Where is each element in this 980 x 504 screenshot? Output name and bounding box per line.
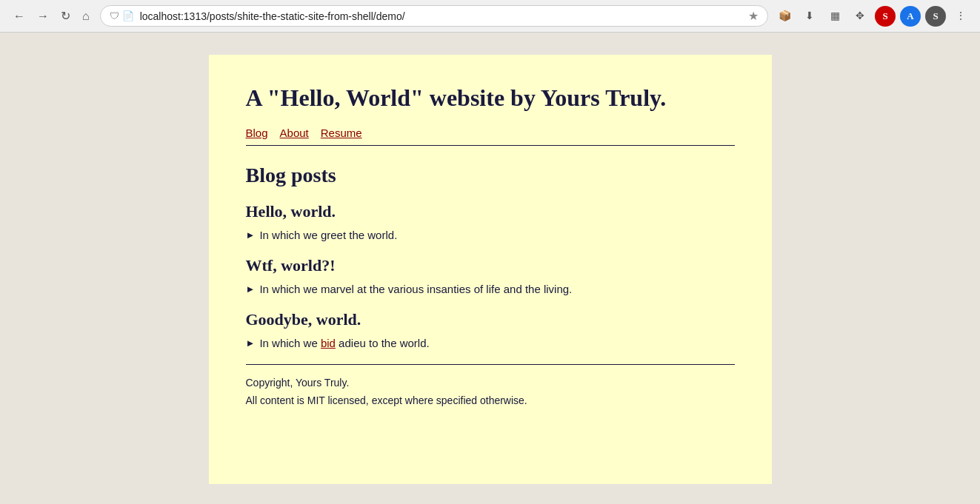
nav-divider [246, 145, 735, 146]
nav-link-about[interactable]: About [280, 127, 309, 139]
extension-icon[interactable]: ✥ [850, 6, 870, 27]
license-text: All content is MIT licensed, except wher… [246, 394, 735, 406]
post-summary-1: ► In which we greet the world. [246, 229, 735, 241]
pocket-icon[interactable]: 📦 [774, 6, 795, 27]
download-icon[interactable]: ⬇ [799, 6, 820, 27]
browser-chrome: ← → ↻ ⌂ 🛡 📄 ★ 📦 ⬇ ▦ ✥ S A S ⋮ [0, 0, 980, 33]
nav-link-resume[interactable]: Resume [321, 127, 362, 139]
copyright-text: Copyright, Yours Truly. [246, 377, 735, 389]
nav-link-blog[interactable]: Blog [246, 127, 268, 139]
post-title-1: Hello, world. [246, 202, 735, 221]
blog-posts-title: Blog posts [246, 164, 735, 187]
bookmark-star-button[interactable]: ★ [748, 9, 759, 23]
s-dark-extension-icon[interactable]: S [925, 6, 946, 27]
arrow-icon-1: ► [246, 229, 256, 241]
s-red-extension-icon[interactable]: S [875, 6, 896, 27]
post-summary-text-2: In which we marvel at the various insant… [259, 283, 572, 295]
arrow-icon-2: ► [246, 283, 256, 295]
post-summary-3: ► In which we bid adieu to the world. [246, 337, 735, 349]
refresh-button[interactable]: ↻ [56, 6, 75, 26]
tab-icon[interactable]: ▦ [824, 6, 845, 27]
address-input[interactable] [140, 10, 742, 22]
post-summary-text-3: In which we bid adieu to the world. [259, 337, 429, 349]
page-content: A "Hello, World" website by Yours Truly.… [209, 55, 772, 484]
menu-button[interactable]: ⋮ [950, 6, 971, 27]
home-button[interactable]: ⌂ [78, 7, 94, 26]
page-wrapper: A "Hello, World" website by Yours Truly.… [0, 33, 980, 504]
arrow-icon-3: ► [246, 337, 256, 349]
back-button[interactable]: ← [9, 7, 30, 26]
address-bar-icons: 🛡 📄 [110, 10, 134, 22]
address-bar-container: 🛡 📄 ★ [100, 5, 768, 27]
toolbar-right: 📦 ⬇ ▦ ✥ S A S ⋮ [774, 6, 971, 27]
footer-divider [246, 364, 735, 365]
nav-buttons: ← → ↻ ⌂ [9, 6, 94, 26]
bid-link[interactable]: bid [321, 337, 336, 349]
shield-icon: 🛡 [110, 10, 119, 22]
forward-button[interactable]: → [33, 7, 53, 26]
site-title: A "Hello, World" website by Yours Truly. [246, 84, 735, 112]
lock-icon: 📄 [122, 10, 134, 22]
site-nav: Blog About Resume [246, 127, 735, 139]
a-blue-extension-icon[interactable]: A [900, 6, 921, 27]
post-title-2: Wtf, world?! [246, 256, 735, 275]
post-title-3: Goodybe, world. [246, 310, 735, 329]
post-summary-text-1: In which we greet the world. [259, 229, 397, 241]
post-summary-2: ► In which we marvel at the various insa… [246, 283, 735, 295]
